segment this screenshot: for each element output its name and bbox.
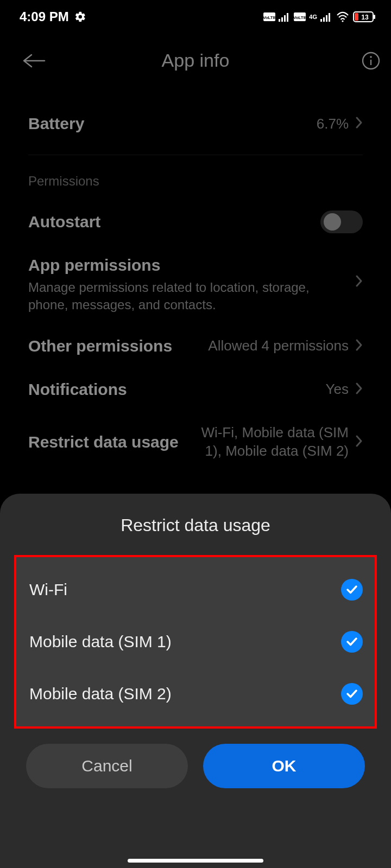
svg-text:VoLTE: VoLTE [263, 15, 275, 20]
signal-icon-1 [279, 12, 291, 22]
option-wifi[interactable]: Wi-Fi [16, 564, 375, 616]
ok-label: OK [272, 757, 297, 775]
other-permissions-label: Other permissions [28, 337, 172, 355]
svg-text:VoLTE: VoLTE [294, 15, 306, 20]
status-time: 4:09 PM [20, 9, 69, 24]
app-permissions-sub: Manage permissions related to location, … [28, 279, 345, 314]
chevron-right-icon [355, 435, 363, 450]
row-notifications[interactable]: Notifications Yes [28, 380, 363, 399]
status-bar: 4:09 PM VoLTE VoLTE 4G 13 [0, 0, 391, 34]
row-battery[interactable]: Battery 6.7% [28, 114, 363, 133]
svg-rect-11 [329, 13, 330, 22]
svg-rect-15 [355, 13, 358, 21]
permissions-section-title: Permissions [28, 174, 363, 189]
check-icon [341, 683, 363, 705]
home-indicator[interactable] [128, 859, 263, 863]
svg-rect-5 [287, 13, 288, 22]
notifications-label: Notifications [28, 380, 127, 399]
chevron-right-icon [355, 275, 363, 290]
volte-icon-2: VoLTE [294, 12, 306, 21]
option-label: Wi-Fi [29, 580, 67, 599]
svg-point-17 [370, 56, 372, 58]
option-sim2[interactable]: Mobile data (SIM 2) [16, 668, 375, 720]
restrict-label: Restrict data usage [28, 433, 179, 451]
volte-icon: VoLTE [263, 12, 275, 21]
dialog-options-highlight: Wi-Fi Mobile data (SIM 1) Mobile data (S… [14, 555, 377, 729]
info-button[interactable] [353, 52, 380, 70]
check-icon [341, 631, 363, 653]
row-app-permissions[interactable]: App permissions Manage permissions relat… [28, 256, 363, 314]
battery-value: 6.7% [317, 116, 349, 132]
autostart-toggle[interactable] [320, 210, 363, 233]
option-label: Mobile data (SIM 2) [29, 685, 172, 703]
row-other-permissions[interactable]: Other permissions Allowed 4 permissions [28, 337, 363, 355]
restrict-value: Wi-Fi, Mobile data (SIM 1), Mobile data … [189, 424, 349, 461]
svg-rect-8 [320, 19, 322, 22]
battery-icon: 13 [353, 11, 376, 22]
app-permissions-label: App permissions [28, 256, 345, 275]
signal-icon-2 [320, 12, 332, 22]
row-autostart[interactable]: Autostart [28, 210, 363, 233]
settings-list: Battery 6.7% Permissions Autostart App p… [0, 87, 391, 460]
svg-rect-14 [374, 15, 375, 19]
autostart-label: Autostart [28, 213, 100, 231]
signal-4g-icon: 4G [309, 14, 317, 20]
notifications-value: Yes [326, 381, 349, 398]
svg-point-12 [342, 20, 343, 22]
svg-rect-9 [323, 17, 325, 22]
svg-rect-2 [279, 19, 280, 22]
wifi-icon [336, 11, 350, 22]
chevron-right-icon [355, 116, 363, 131]
svg-rect-3 [281, 17, 283, 22]
chevron-right-icon [355, 382, 363, 397]
svg-rect-10 [326, 15, 327, 22]
row-restrict-data[interactable]: Restrict data usage Wi-Fi, Mobile data (… [28, 424, 363, 461]
title-bar: App info [0, 34, 391, 87]
battery-percent-text: 13 [361, 14, 369, 21]
cancel-button[interactable]: Cancel [26, 744, 188, 788]
dialog-title: Restrict data usage [0, 494, 391, 555]
option-label: Mobile data (SIM 1) [29, 633, 172, 651]
page-title: App info [38, 50, 353, 71]
ok-button[interactable]: OK [203, 744, 365, 788]
option-sim1[interactable]: Mobile data (SIM 1) [16, 616, 375, 668]
chevron-right-icon [355, 339, 363, 354]
cancel-label: Cancel [81, 757, 132, 775]
gear-icon [74, 11, 86, 23]
check-icon [341, 579, 363, 601]
other-permissions-value: Allowed 4 permissions [208, 337, 349, 354]
svg-rect-4 [284, 15, 286, 22]
restrict-data-dialog: Restrict data usage Wi-Fi Mobile data (S… [0, 494, 391, 868]
battery-label: Battery [28, 114, 84, 133]
